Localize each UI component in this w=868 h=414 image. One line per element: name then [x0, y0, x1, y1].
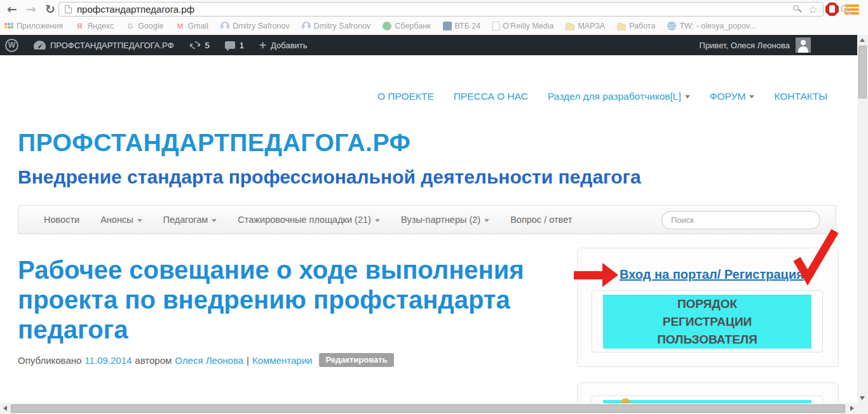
nav-about-project[interactable]: О ПРОЕКТЕ	[377, 91, 434, 102]
plus-icon: +	[259, 39, 266, 51]
site-top-nav: О ПРОЕКТЕ ПРЕССА О НАС Раздел для разраб…	[377, 91, 827, 102]
zoom-level-icon[interactable]	[793, 5, 801, 13]
chevron-down-icon	[212, 219, 217, 222]
scroll-right-icon[interactable]	[846, 403, 857, 414]
bookmark-sberbank[interactable]: Сбербанк	[383, 22, 430, 30]
chevron-down-icon	[685, 95, 690, 98]
login-registration-link[interactable]: Вход на портал/ Регистрация	[620, 267, 804, 282]
menu-announcements[interactable]: Анонсы	[100, 215, 142, 225]
scroll-down-icon[interactable]	[857, 392, 868, 403]
site-title[interactable]: ПРОФСТАНДАРТПЕДАГОГА.РФ	[18, 129, 410, 157]
vtb-icon	[443, 22, 452, 30]
horizontal-scrollbar-thumb[interactable]	[11, 404, 845, 413]
post-date-link[interactable]: 11.09.2014	[85, 355, 132, 366]
gmail-icon: M	[176, 22, 185, 30]
updates-icon	[189, 40, 201, 50]
url-text[interactable]: профстандартпедагога.рф	[77, 4, 194, 15]
nav-forum[interactable]: ФОРУМ	[710, 91, 755, 102]
globe-icon	[667, 22, 676, 30]
back-icon[interactable]: ←	[4, 1, 20, 17]
admin-greeting[interactable]: Привет, Олеся Леонова	[700, 41, 790, 50]
bookmark-vtb[interactable]: ВТБ 24	[443, 22, 481, 30]
bookmark-star-icon[interactable]: ☆	[808, 3, 818, 16]
chevron-down-icon	[137, 219, 142, 222]
post-meta: Опубликовано 11.09.2014 автором Олеся Ле…	[18, 353, 394, 367]
nav-developers-section[interactable]: Раздел для разработчиков[L]	[548, 91, 690, 102]
bookmark-folder-marza[interactable]: МАРЗА	[566, 22, 605, 30]
bookmark-oreilly[interactable]: O'Reilly Media	[492, 22, 553, 30]
page-icon	[492, 22, 499, 30]
published-label: Опубликовано	[18, 355, 81, 366]
wordpress-icon: W	[5, 39, 18, 52]
admin-add-new[interactable]: + Добавить	[259, 39, 308, 51]
menu-internship-sites[interactable]: Стажировочные площадки (21)	[238, 215, 380, 225]
red-arrow-annotation	[574, 263, 618, 287]
chevron-down-icon	[375, 219, 380, 222]
admin-search-icon[interactable]	[840, 4, 851, 16]
wp-logo[interactable]: W	[5, 39, 18, 52]
person-icon	[302, 22, 311, 30]
scrollbar-corner	[857, 403, 868, 414]
apps-grid-icon	[4, 22, 13, 30]
avatar[interactable]	[796, 37, 811, 53]
sberbank-icon	[383, 22, 391, 30]
bookmark-dmitry-1[interactable]: Dmitry Safronov	[220, 22, 290, 30]
registration-order-banner[interactable]: ПОРЯДОК РЕГИСТРАЦИИ ПОЛЬЗОВАТЕЛЯ	[603, 295, 811, 349]
admin-updates[interactable]: 5	[189, 40, 210, 50]
admin-site-name[interactable]: ПРОФСТАНДАРТПЕДАГОГА.РФ	[34, 41, 174, 50]
search-input[interactable]	[661, 211, 820, 229]
scroll-left-icon[interactable]	[0, 403, 11, 414]
registration-card: ПОРЯДОК РЕГИСТРАЦИИ ПОЛЬЗОВАТЕЛЯ	[592, 290, 823, 352]
reload-icon[interactable]: ↻	[42, 1, 58, 17]
folder-icon	[617, 24, 626, 30]
bookmarks-bar: Приложения Я Яндекс G Google M Gmail Dmi…	[0, 17, 868, 35]
nav-contacts[interactable]: КОНТАКТЫ	[774, 91, 827, 102]
scroll-up-icon[interactable]	[857, 35, 868, 46]
menu-teachers[interactable]: Педагогам	[163, 215, 217, 225]
bookmark-dmitry-2[interactable]: Dmitry Safronov	[302, 22, 371, 30]
folder-icon	[566, 24, 574, 30]
browser-window: ← → ↻ профстандартпедагога.рф ☆ Приложен…	[0, 0, 868, 414]
red-check-annotation	[789, 227, 841, 286]
bookmark-folder-rabota[interactable]: Работа	[617, 22, 655, 30]
post-author-link[interactable]: Олеся Леонова	[175, 355, 243, 366]
author-label: автором	[135, 355, 172, 366]
menu-news[interactable]: Новости	[44, 215, 79, 225]
dashboard-gauge-icon	[34, 41, 46, 50]
forward-icon[interactable]: →	[23, 1, 39, 17]
bookmark-tw[interactable]: TW: - olesya_popov...	[667, 22, 756, 30]
chevron-down-icon	[749, 95, 754, 98]
bookmark-google[interactable]: G Google	[126, 22, 163, 30]
adblock-extension-icon[interactable]	[825, 3, 839, 16]
site-tagline: Внедрение стандарта профессиональной дея…	[18, 166, 641, 188]
bookmark-apps[interactable]: Приложения	[4, 22, 63, 30]
person-icon	[220, 22, 229, 30]
post-title[interactable]: Рабочее совещание о ходе выполнения прое…	[18, 255, 563, 345]
menu-partner-universities[interactable]: Вузы-партнеры (2)	[401, 215, 489, 225]
comment-bubble-icon	[225, 41, 235, 49]
vertical-scrollbar-thumb[interactable]	[858, 46, 867, 98]
google-icon: G	[126, 22, 135, 30]
admin-comments[interactable]: 1	[225, 41, 244, 50]
meta-divider: |	[247, 355, 249, 366]
address-bar[interactable]: профстандартпедагога.рф ☆	[58, 2, 824, 17]
bookmark-gmail[interactable]: M Gmail	[176, 22, 209, 30]
edit-button[interactable]: Редактировать	[319, 353, 393, 367]
bookmark-yandex[interactable]: Я Яндекс	[75, 22, 114, 30]
wp-admin-bar: W ПРОФСТАНДАРТПЕДАГОГА.РФ 5 1 + Добавить…	[0, 35, 857, 55]
page-favicon	[65, 5, 72, 13]
comments-link[interactable]: Комментарии	[252, 355, 312, 366]
nav-press[interactable]: ПРЕССА О НАС	[454, 91, 528, 102]
yandex-icon: Я	[75, 22, 84, 30]
chevron-down-icon	[484, 219, 489, 222]
menu-qa[interactable]: Вопрос / ответ	[510, 215, 572, 225]
main-menu-bar: Новости Анонсы Педагогам Стажировочные п…	[18, 205, 836, 234]
